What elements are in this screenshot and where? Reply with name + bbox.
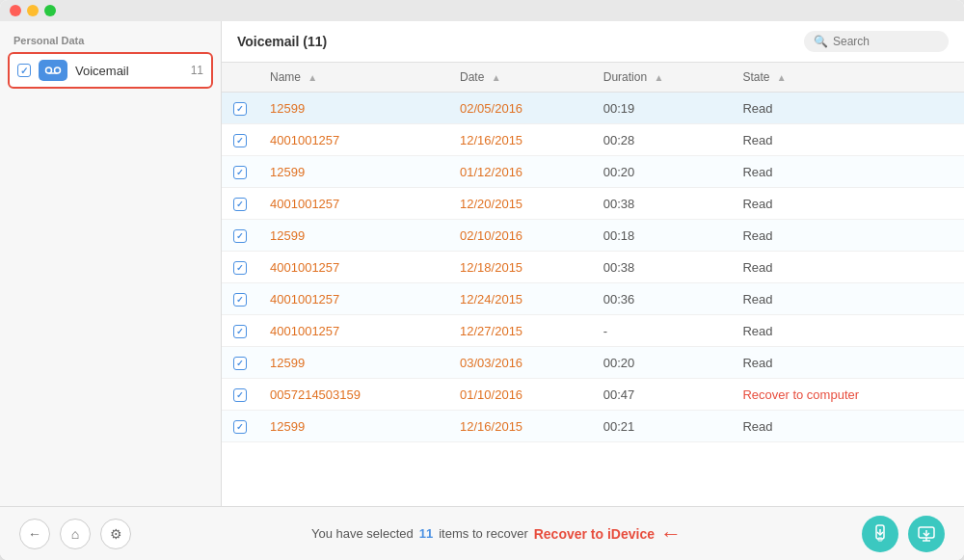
row-checkbox-cell [222,411,258,442]
panel-title: Voicemail (11) [237,34,327,49]
th-state[interactable]: State ▲ [731,63,964,93]
row-date: 12/16/2015 [448,124,592,156]
maximize-button[interactable] [44,5,56,16]
footer-center: You have selected 11 items to recover Re… [311,521,682,547]
close-button[interactable] [10,5,21,16]
table-row: 1259902/10/201600:18Read [222,220,964,252]
svg-point-1 [55,67,61,73]
row-checkbox-cell [222,252,258,283]
row-checkbox[interactable] [233,198,247,211]
row-checkbox-cell [222,283,258,315]
row-name: 4001001257 [258,188,448,220]
title-bar [0,0,964,21]
table-container: Name ▲ Date ▲ Duration ▲ State ▲ 1259902… [222,63,964,506]
search-box[interactable]: 🔍 [804,31,949,52]
state-sort-icon: ▲ [777,72,787,83]
you-have-selected-label: You have selected [311,526,414,541]
row-checkbox[interactable] [233,134,247,147]
sidebar-item-voicemail[interactable]: Voicemail 11 [8,52,213,89]
table-row: 400100125712/27/2015-Read [222,315,964,347]
row-checkbox[interactable] [233,293,247,307]
search-input[interactable] [833,35,939,48]
row-state: Read [731,315,964,347]
voicemail-icon [39,60,67,81]
selected-count: 11 [419,526,433,541]
row-date: 12/20/2015 [448,188,592,220]
settings-button[interactable]: ⚙ [100,519,131,549]
row-date: 01/10/2016 [448,379,592,411]
row-duration: - [592,315,732,347]
row-checkbox-cell [222,93,258,124]
row-checkbox[interactable] [233,166,247,179]
search-icon: 🔍 [814,35,828,48]
row-date: 12/18/2015 [448,252,592,283]
row-checkbox-cell [222,347,258,379]
sidebar-item-count: 11 [191,64,203,77]
row-date: 02/10/2016 [448,220,592,252]
row-state: Read [731,156,964,188]
row-checkbox[interactable] [233,388,247,402]
table-row: 400100125712/24/201500:36Read [222,283,964,315]
th-date[interactable]: Date ▲ [448,63,592,93]
row-checkbox-cell [222,124,258,156]
row-state: Read [731,252,964,283]
row-state: Read [731,188,964,220]
row-date: 12/24/2015 [448,283,592,315]
recover-to-idevice-button[interactable] [862,516,898,552]
th-name[interactable]: Name ▲ [258,63,448,93]
table-body: 1259902/05/201600:19Read400100125712/16/… [222,93,964,442]
row-duration: 00:38 [592,252,732,283]
table-row: 1259912/16/201500:21Read [222,411,964,442]
home-button[interactable]: ⌂ [60,519,91,549]
row-checkbox-cell [222,156,258,188]
row-state: Read [731,124,964,156]
row-duration: 00:47 [592,379,732,411]
sidebar-section-label: Personal Data [8,31,213,52]
recover-to-computer-button[interactable] [908,516,945,552]
table-row: 400100125712/20/201500:38Read [222,188,964,220]
table-row: 1259901/12/201600:20Read [222,156,964,188]
row-checkbox-cell [222,379,258,411]
row-duration: 00:28 [592,124,732,156]
minimize-button[interactable] [27,5,39,16]
row-duration: 00:20 [592,156,732,188]
row-state: Read [731,93,964,124]
back-button[interactable]: ← [19,519,50,549]
recover-idevice-label[interactable]: Recover to iDevice [534,526,655,542]
row-duration: 00:38 [592,188,732,220]
svg-point-0 [46,67,52,73]
row-name: 4001001257 [258,124,448,156]
row-duration: 00:18 [592,220,732,252]
row-duration: 00:20 [592,347,732,379]
th-check [222,63,258,93]
row-name: 12599 [258,93,448,124]
main-content: Personal Data Voicemail 11 Voicemail (11… [0,21,964,506]
items-to-recover-label: items to recover [439,526,527,541]
footer: ← ⌂ ⚙ You have selected 11 items to reco… [0,506,964,560]
row-state: Read [731,220,964,252]
row-name: 4001001257 [258,252,448,283]
sidebar-item-checkbox[interactable] [17,64,31,77]
row-name: 4001001257 [258,283,448,315]
row-duration: 00:21 [592,411,732,442]
table-row: 400100125712/18/201500:38Read [222,252,964,283]
row-checkbox[interactable] [233,357,247,370]
row-checkbox[interactable] [233,261,247,275]
row-name: 4001001257 [258,315,448,347]
row-checkbox[interactable] [233,325,247,338]
row-name: 12599 [258,411,448,442]
row-checkbox[interactable] [233,229,247,243]
sidebar-item-name: Voicemail [75,64,183,78]
row-date: 03/03/2016 [448,347,592,379]
voicemail-table: Name ▲ Date ▲ Duration ▲ State ▲ 1259902… [222,63,964,442]
row-checkbox[interactable] [233,420,247,434]
row-checkbox[interactable] [233,102,247,116]
th-duration[interactable]: Duration ▲ [592,63,732,93]
table-header-row: Name ▲ Date ▲ Duration ▲ State ▲ [222,63,964,93]
row-state: Read [731,283,964,315]
row-duration: 00:19 [592,93,732,124]
duration-sort-icon: ▲ [654,72,663,83]
sidebar: Personal Data Voicemail 11 [0,21,222,506]
row-date: 01/12/2016 [448,156,592,188]
row-state: Recover to computer [731,379,964,411]
